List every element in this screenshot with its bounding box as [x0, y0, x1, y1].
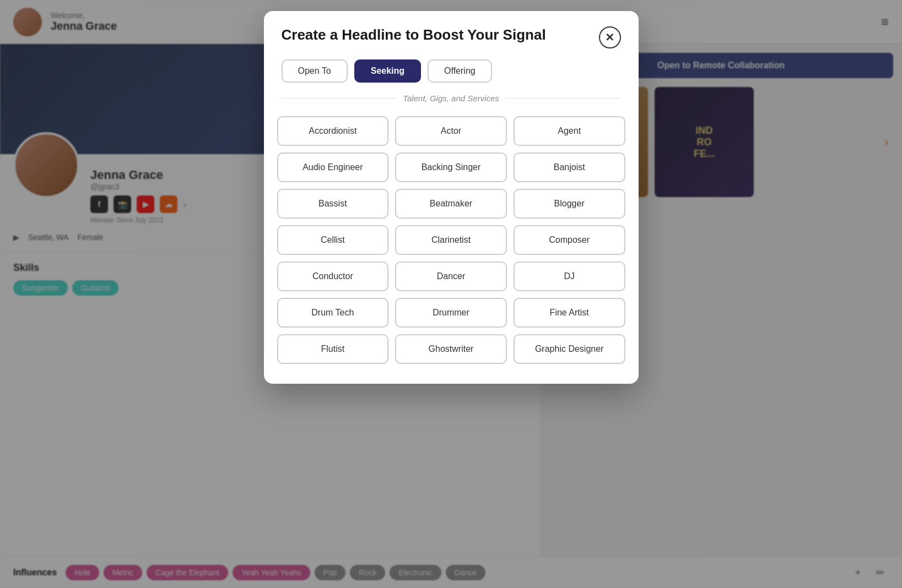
option-backing-singer[interactable]: Backing Singer	[395, 153, 507, 182]
option-row-2: Audio Engineer Backing Singer Banjoist	[277, 153, 625, 182]
option-dancer[interactable]: Dancer	[395, 262, 507, 291]
option-beatmaker[interactable]: Beatmaker	[395, 189, 507, 219]
option-ghostwriter[interactable]: Ghostwriter	[395, 334, 507, 364]
option-row-4: Cellist Clarinetist Composer	[277, 225, 625, 255]
option-graphic-designer[interactable]: Graphic Designer	[514, 334, 625, 364]
option-drummer[interactable]: Drummer	[395, 298, 507, 328]
option-row-3: Bassist Beatmaker Blogger	[277, 189, 625, 219]
option-cellist[interactable]: Cellist	[277, 225, 389, 255]
option-blogger[interactable]: Blogger	[514, 189, 625, 219]
option-clarinetist[interactable]: Clarinetist	[395, 225, 507, 255]
option-row-7: Flutist Ghostwriter Graphic Designer	[277, 334, 625, 364]
modal-close-button[interactable]: ✕	[599, 26, 621, 48]
option-dj[interactable]: DJ	[514, 262, 625, 291]
tab-open-to[interactable]: Open To	[282, 59, 348, 83]
option-row-1: Accordionist Actor Agent	[277, 116, 625, 146]
option-fine-artist[interactable]: Fine Artist	[514, 298, 625, 328]
modal-title: Create a Headline to Boost Your Signal	[282, 26, 546, 43]
modal: Create a Headline to Boost Your Signal ✕…	[264, 11, 639, 384]
option-flutist[interactable]: Flutist	[277, 334, 389, 364]
option-drum-tech[interactable]: Drum Tech	[277, 298, 389, 328]
modal-header: Create a Headline to Boost Your Signal ✕	[264, 11, 639, 59]
option-conductor[interactable]: Conductor	[277, 262, 389, 291]
modal-tabs: Open To Seeking Offering	[264, 59, 639, 94]
option-actor[interactable]: Actor	[395, 116, 507, 146]
option-row-6: Drum Tech Drummer Fine Artist	[277, 298, 625, 328]
modal-subtitle: Talent, Gigs, and Services	[264, 94, 639, 112]
option-banjoist[interactable]: Banjoist	[514, 153, 625, 182]
modal-body[interactable]: Accordionist Actor Agent Audio Engineer …	[264, 112, 639, 384]
option-agent[interactable]: Agent	[514, 116, 625, 146]
option-audio-engineer[interactable]: Audio Engineer	[277, 153, 389, 182]
option-accordionist[interactable]: Accordionist	[277, 116, 389, 146]
tab-offering[interactable]: Offering	[428, 59, 492, 83]
option-bassist[interactable]: Bassist	[277, 189, 389, 219]
tab-seeking[interactable]: Seeking	[354, 59, 421, 83]
option-row-5: Conductor Dancer DJ	[277, 262, 625, 291]
modal-overlay: Create a Headline to Boost Your Signal ✕…	[0, 0, 902, 588]
option-composer[interactable]: Composer	[514, 225, 625, 255]
